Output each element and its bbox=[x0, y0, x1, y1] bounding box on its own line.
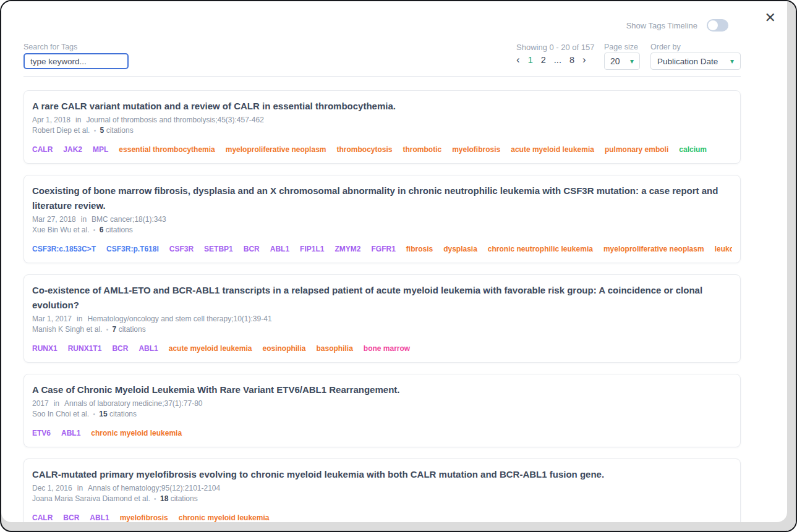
publication-meta: Dec 1, 2016inAnnals of hematology;95(12)… bbox=[32, 484, 732, 492]
publication-card[interactable]: CALR-mutated primary myelofibrosis evolv… bbox=[23, 458, 741, 522]
tag-myelofibrosis[interactable]: myelofibrosis bbox=[452, 145, 500, 154]
tag-csf3r-c-1853c-t[interactable]: CSF3R:c.1853C>T bbox=[32, 245, 96, 253]
publication-title: CALR-mutated primary myelofibrosis evolv… bbox=[32, 467, 732, 482]
publication-card[interactable]: A rare CALR variant mutation and a revie… bbox=[23, 90, 741, 164]
tag-dysplasia[interactable]: dysplasia bbox=[443, 245, 477, 253]
order-by-select[interactable]: Publication Date ▾ bbox=[650, 53, 741, 70]
publication-card[interactable]: Coexisting of bone marrow fibrosis, dysp… bbox=[23, 175, 741, 263]
page-2[interactable]: 2 bbox=[541, 55, 546, 65]
show-tags-timeline-toggle[interactable] bbox=[707, 19, 728, 32]
tag-basophilia[interactable]: basophilia bbox=[316, 344, 352, 353]
in-label: in bbox=[81, 215, 87, 224]
tag-calr[interactable]: CALR bbox=[32, 513, 53, 522]
order-by-value: Publication Date bbox=[657, 57, 718, 66]
tag-eosinophilia[interactable]: eosinophilia bbox=[262, 344, 305, 353]
pagination-pages: 12...8 bbox=[528, 55, 574, 65]
authors: Xue Bin Wu et al. bbox=[32, 226, 90, 234]
toggle-knob bbox=[708, 20, 718, 30]
bullet-separator: • bbox=[92, 227, 98, 234]
page-[interactable]: ... bbox=[554, 55, 561, 65]
tag-essential-thrombocythemia[interactable]: essential thrombocythemia bbox=[119, 145, 215, 154]
in-label: in bbox=[77, 315, 82, 323]
tag-bcr[interactable]: BCR bbox=[112, 344, 128, 353]
page-size-select[interactable]: 20 ▾ bbox=[604, 53, 640, 70]
publication-meta: 2017inAnnals of laboratory medicine;37(1… bbox=[32, 399, 732, 408]
next-page-icon[interactable]: › bbox=[582, 54, 586, 65]
modal-frame: ✕ Show Tags Timeline Search for Tags Sho… bbox=[0, 0, 797, 532]
caret-down-icon: ▾ bbox=[630, 57, 634, 65]
citation-count: 18 bbox=[160, 494, 168, 503]
tags-row: CSF3R:c.1853C>TCSF3R:p.T618ICSF3RSETBP1B… bbox=[32, 245, 732, 253]
close-icon[interactable]: ✕ bbox=[765, 11, 776, 25]
bullet-separator: • bbox=[91, 411, 97, 418]
tag-calr[interactable]: CALR bbox=[32, 145, 53, 154]
citations-label: citations bbox=[109, 410, 137, 418]
prev-page-icon[interactable]: ‹ bbox=[516, 54, 520, 65]
publication-title: A rare CALR variant mutation and a revie… bbox=[32, 99, 732, 114]
authors: Joana Maria Saraiva Diamond et al. bbox=[32, 494, 150, 503]
tag-chronic-neutrophilic-leukemia[interactable]: chronic neutrophilic leukemia bbox=[488, 245, 593, 253]
publication-card[interactable]: Co-existence of AML1-ETO and BCR-ABL1 tr… bbox=[23, 274, 741, 363]
tag-bcr[interactable]: BCR bbox=[63, 513, 79, 522]
tag-abl1[interactable]: ABL1 bbox=[61, 429, 80, 437]
page-size-value: 20 bbox=[610, 56, 620, 66]
citation-count: 15 bbox=[99, 410, 107, 418]
authors: Soo In Choi et al. bbox=[32, 410, 89, 418]
publication-title: Coexisting of bone marrow fibrosis, dysp… bbox=[32, 184, 732, 213]
tag-pulmonary-emboli[interactable]: pulmonary emboli bbox=[605, 145, 668, 154]
tag-zmym2[interactable]: ZMYM2 bbox=[335, 245, 360, 253]
tag-myeloproliferative-neoplasm[interactable]: myeloproliferative neoplasm bbox=[603, 245, 704, 253]
tag-abl1[interactable]: ABL1 bbox=[270, 245, 289, 253]
authors-line: Xue Bin Wu et al. • 6 citations bbox=[32, 226, 732, 234]
tag-runx1t1[interactable]: RUNX1T1 bbox=[68, 344, 102, 353]
tag-thrombocytosis[interactable]: thrombocytosis bbox=[336, 145, 392, 154]
tags-row: CALRBCRABL1myelofibrosischronic myeloid … bbox=[32, 513, 732, 522]
tag-fibrosis[interactable]: fibrosis bbox=[406, 245, 433, 253]
page-1[interactable]: 1 bbox=[528, 55, 533, 65]
tag-mpl[interactable]: MPL bbox=[93, 145, 108, 154]
tag-setbp1[interactable]: SETBP1 bbox=[204, 245, 233, 253]
tag-chronic-myeloid-leukemia[interactable]: chronic myeloid leukemia bbox=[91, 429, 182, 437]
tag-bone-marrow[interactable]: bone marrow bbox=[364, 344, 410, 353]
publication-card[interactable]: A Case of Chronic Myeloid Leukemia With … bbox=[23, 374, 741, 447]
tag-fgfr1[interactable]: FGFR1 bbox=[371, 245, 395, 253]
tag-chronic-myeloid-leukemia[interactable]: chronic myeloid leukemia bbox=[179, 513, 270, 522]
bullet-separator: • bbox=[152, 496, 158, 502]
publication-title: Co-existence of AML1-ETO and BCR-ABL1 tr… bbox=[32, 283, 732, 313]
header-divider bbox=[23, 76, 741, 77]
authors-line: Soo In Choi et al. • 15 citations bbox=[32, 410, 732, 418]
scrollbar[interactable] bbox=[787, 1, 796, 531]
tag-csf3r[interactable]: CSF3R bbox=[169, 245, 194, 253]
tags-row: CALRJAK2MPLessential thrombocythemiamyel… bbox=[32, 145, 732, 154]
tag-abl1[interactable]: ABL1 bbox=[139, 344, 158, 353]
caret-down-icon: ▾ bbox=[730, 57, 734, 65]
journal-reference: BMC cancer;18(1):343 bbox=[92, 215, 166, 224]
tag-abl1[interactable]: ABL1 bbox=[90, 513, 109, 522]
citations-label: citations bbox=[106, 226, 133, 234]
search-input[interactable] bbox=[23, 53, 129, 69]
publication-meta: Mar 1, 2017inHematology/oncology and ste… bbox=[32, 315, 732, 323]
tag-runx1[interactable]: RUNX1 bbox=[32, 344, 58, 353]
tag-acute-myeloid-leukemia[interactable]: acute myeloid leukemia bbox=[169, 344, 252, 353]
tag-jak2[interactable]: JAK2 bbox=[63, 145, 82, 154]
citation-count: 5 bbox=[100, 126, 104, 135]
tag-etv6[interactable]: ETV6 bbox=[32, 429, 51, 437]
tag-csf3r-p-t618i[interactable]: CSF3R:p.T618I bbox=[106, 245, 159, 253]
tag-fip1l1[interactable]: FIP1L1 bbox=[300, 245, 324, 253]
tag-myelofibrosis[interactable]: myelofibrosis bbox=[120, 513, 168, 522]
citation-count: 6 bbox=[100, 226, 104, 234]
authors-line: Robert Diep et al. • 5 citations bbox=[32, 126, 732, 135]
tag-myeloproliferative-neoplasm[interactable]: myeloproliferative neoplasm bbox=[226, 145, 326, 154]
tags-modal: ✕ Show Tags Timeline Search for Tags Sho… bbox=[1, 1, 787, 522]
search-label: Search for Tags bbox=[23, 43, 77, 51]
tag-leukocytosis[interactable]: leukocytosis bbox=[715, 245, 732, 253]
authors: Manish K Singh et al. bbox=[32, 325, 102, 334]
tag-bcr[interactable]: BCR bbox=[244, 245, 260, 253]
tag-thrombotic[interactable]: thrombotic bbox=[403, 145, 442, 154]
tag-acute-myeloid-leukemia[interactable]: acute myeloid leukemia bbox=[511, 145, 594, 154]
citations-label: citations bbox=[106, 126, 134, 135]
journal-reference: Hematology/oncology and stem cell therap… bbox=[87, 315, 271, 323]
tag-calcium[interactable]: calcium bbox=[679, 145, 707, 154]
page-8[interactable]: 8 bbox=[569, 55, 574, 65]
publication-date: Mar 1, 2017 bbox=[32, 315, 72, 323]
